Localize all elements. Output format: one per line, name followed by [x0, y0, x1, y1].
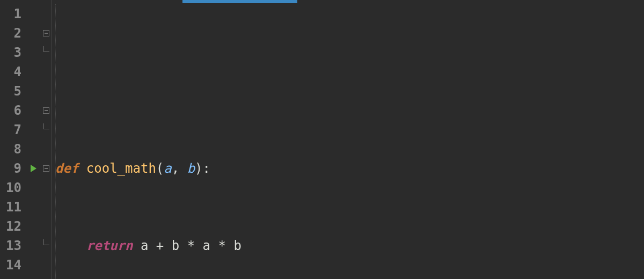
parameter: a [164, 161, 171, 176]
line-number-gutter: 1 2 3 4 5 6 7 8 9 10 11 12 13 14 [0, 0, 26, 279]
line-number: 3 [0, 43, 26, 62]
line-number: 6 [0, 101, 26, 120]
fold-gutter[interactable] [41, 0, 52, 279]
line-number: 2 [0, 24, 26, 43]
fold-toggle[interactable] [41, 24, 52, 43]
play-icon [31, 165, 36, 172]
line-number: 8 [0, 140, 26, 159]
line-number: 13 [0, 236, 26, 255]
line-number: 5 [0, 82, 26, 101]
fold-end [41, 120, 52, 140]
line-number: 14 [0, 255, 26, 275]
keyword-def: def [55, 161, 86, 176]
function-name: cool_math [86, 161, 156, 176]
line-number: 11 [0, 197, 26, 217]
code-line[interactable] [52, 82, 644, 101]
fold-minus-icon [43, 107, 49, 114]
code-line[interactable]: def cool_math(a, b): [52, 159, 644, 178]
code-line[interactable]: return a + b * a * b [52, 236, 644, 255]
fold-minus-icon [43, 165, 49, 172]
fold-end [41, 43, 52, 62]
line-number: 7 [0, 120, 26, 140]
parameter: b [187, 161, 195, 176]
run-line-marker[interactable] [26, 159, 41, 178]
fold-toggle[interactable] [41, 159, 52, 178]
keyword-return: return [86, 238, 141, 253]
line-number: 1 [0, 4, 26, 24]
line-number: 10 [0, 178, 26, 197]
run-gutter[interactable] [26, 0, 41, 279]
line-number: 12 [0, 217, 26, 236]
line-number: 4 [0, 62, 26, 82]
fold-end [41, 236, 52, 255]
code-area[interactable]: def cool_math(a, b): return a + b * a * … [52, 0, 644, 279]
fold-minus-icon [43, 30, 49, 36]
fold-toggle[interactable] [41, 101, 52, 120]
code-editor[interactable]: 1 2 3 4 5 6 7 8 9 10 11 12 13 14 [0, 0, 644, 279]
line-number: 9 [0, 159, 26, 178]
